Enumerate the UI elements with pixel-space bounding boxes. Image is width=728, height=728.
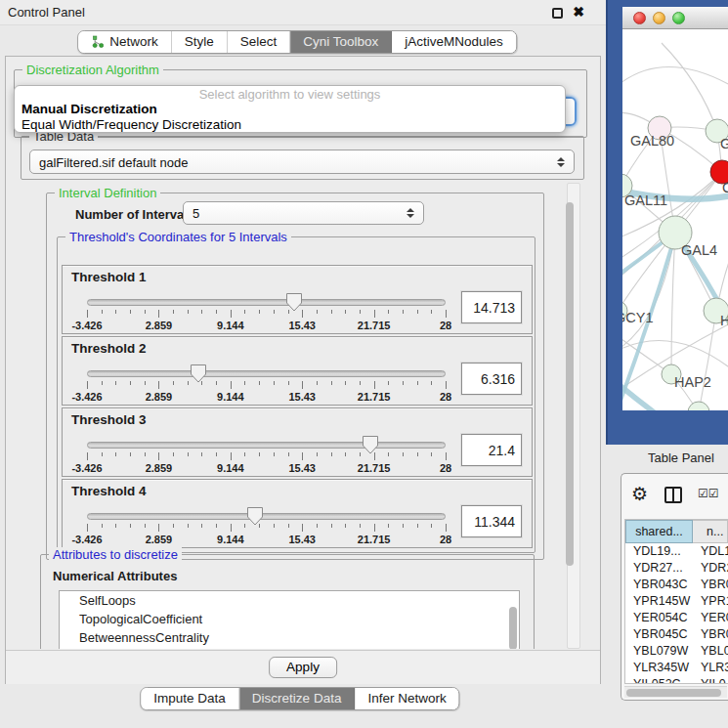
tab-cyni-toolbox[interactable]: Cyni Toolbox [290,31,392,53]
cell-shared-name: YPR145W [625,593,693,610]
tab-discretize-data[interactable]: Discretize Data [239,688,356,709]
cell-shared-name: YLR345W [625,660,693,676]
combo-arrows-icon [407,208,414,218]
list-scrollbar-thumb[interactable] [509,607,517,649]
algorithm-dropdown-popup: Select algorithm to view settings Manual… [14,85,566,133]
table-row[interactable]: YER054CYER0 [625,610,728,626]
column-header-shared[interactable]: shared... [625,520,693,543]
threshold-value-field[interactable]: 6.316 [461,363,522,395]
tab-impute-data[interactable]: Impute Data [141,688,239,709]
table-panel-title: Table Panel [648,450,714,465]
slider-track[interactable] [87,299,446,306]
table-row[interactable]: YDR27...YDR2 [625,560,728,577]
tab-jactivemnodules[interactable]: jActiveMNodules [392,31,516,53]
table-panel-titlebar: Table Panel [606,445,728,473]
network-node[interactable] [688,402,709,410]
tick-mark [102,310,103,314]
close-icon[interactable]: ✖ [573,4,584,20]
cell-shared-name: YBR043C [625,577,693,593]
tick-label: -3.426 [71,534,102,545]
threshold-value-field[interactable]: 21.4 [461,434,522,466]
tab-select[interactable]: Select [228,31,291,53]
tick-mark [403,310,404,314]
tick-mark [345,452,346,456]
tick-mark [374,381,375,389]
dropdown-item-manual-discretization[interactable]: Manual Discretization [15,102,565,117]
slider-tick-labels: -3.4262.8599.14415.4321.71528 [87,534,446,545]
tick-mark [130,310,131,314]
tick-mark [446,524,447,532]
slider-tick-labels: -3.4262.8599.14415.4321.71528 [87,462,446,474]
network-canvas[interactable]: GAL80GACGAL11GAL4GCY1HHAP2 [622,29,728,410]
dropdown-placeholder-item[interactable]: Select algorithm to view settings [15,87,565,102]
float-window-icon[interactable] [552,8,563,19]
cyni-toolbox-panel: Discretization Algorithm Select algorith… [5,56,601,684]
threshold-slider[interactable]: -3.4262.8599.14415.4321.71528 [87,293,446,332]
table-data-combobox[interactable]: galFiltered.sif default node [29,150,575,174]
tick-mark [87,524,88,532]
tab-bar: NetworkStyleSelectCyni ToolboxjActiveMNo… [77,30,517,54]
threshold-slider[interactable]: -3.4262.8599.14415.4321.71528 [87,507,446,546]
tab-label: Impute Data [153,691,226,706]
node-label: GA [720,136,728,151]
apply-button[interactable]: Apply [269,657,337,678]
tick-mark [417,524,418,528]
slider-track[interactable] [87,370,446,377]
table-row[interactable]: YPR145WYPR1 [625,593,728,610]
slider-tick-labels: -3.4262.8599.14415.4321.71528 [87,320,446,331]
table-row[interactable]: YDL19...YDL1 [625,543,728,560]
table-row[interactable]: YLR345WYLR3 [625,660,728,676]
tick-mark [302,310,303,318]
list-item-selfloops[interactable]: SelfLoops [60,591,519,610]
tick-label: -3.426 [71,320,102,331]
table-row[interactable]: YIL052CYIL0 [625,676,728,684]
tick-mark [231,310,232,318]
node-label: GAL4 [681,242,717,258]
tick-mark [244,452,245,456]
num-intervals-label: Number of Intervals [75,207,194,222]
slider-track[interactable] [87,513,446,520]
close-button[interactable] [633,12,646,24]
threshold-slider[interactable]: -3.4262.8599.14415.4321.71528 [87,364,446,404]
list-item-betweennesscentrality[interactable]: BetweennessCentrality [60,628,519,647]
tick-mark [158,381,159,389]
settings-scrollbar[interactable] [567,183,580,649]
table-row[interactable]: YBR043CYBR0 [625,577,728,593]
tick-mark [145,381,146,385]
tick-mark [360,310,361,314]
tick-mark [259,452,260,456]
list-item-topologicalcoefficient[interactable]: TopologicalCoefficient [60,610,519,628]
tick-mark [431,381,432,385]
tab-infer-network[interactable]: Infer Network [355,688,458,709]
threshold-value-field[interactable]: 14.713 [461,291,522,323]
table-hscrollbar[interactable] [624,686,727,698]
threshold-label: Threshold 3 [71,412,147,427]
scrollbar-thumb[interactable] [566,202,574,566]
hscrollbar-thumb[interactable] [626,689,721,697]
table-row[interactable]: YBL079WYBL0 [625,643,728,660]
tick-mark [115,452,116,456]
tick-mark [331,310,332,314]
tab-style[interactable]: Style [172,31,228,53]
tick-mark [130,524,131,528]
dropdown-item-equal-width-frequency-discretization[interactable]: Equal Width/Frequency Discretization [15,117,565,133]
tick-mark [388,524,389,528]
attributes-group: Attributes to discretize Numerical Attri… [40,554,535,649]
threshold-slider[interactable]: -3.4262.8599.14415.4321.71528 [87,436,446,475]
cell-name: YDR2 [693,560,728,577]
threshold-value-field[interactable]: 11.344 [461,505,522,537]
slider-tick-labels: -3.4262.8599.14415.4321.71528 [87,391,446,403]
split-view-icon[interactable] [664,487,682,503]
tab-network[interactable]: Network [78,31,172,53]
node-label: GCY1 [622,310,654,325]
minimize-button[interactable] [653,12,665,24]
table-row[interactable]: YBR045CYBR0 [625,626,728,643]
zoom-button[interactable] [672,12,685,24]
tab-label: Discretize Data [252,691,342,706]
tick-mark [403,452,404,456]
gear-icon[interactable]: ⚙ [631,483,648,505]
checkbox-icons[interactable]: ☑☑ [698,487,719,500]
num-intervals-combobox[interactable]: 5 [183,201,424,225]
slider-track[interactable] [87,442,446,449]
column-header-name[interactable]: n... [693,520,728,543]
